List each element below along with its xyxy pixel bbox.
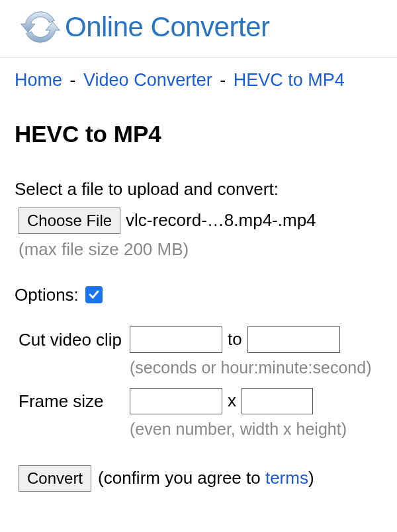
breadcrumb-home[interactable]: Home <box>15 70 62 90</box>
frame-hint: (even number, width x height) <box>130 420 380 439</box>
confirm-prefix: (confirm you agree to <box>98 468 265 488</box>
breadcrumb-sep: - <box>70 70 76 90</box>
selected-filename: vlc-record-…8.mp4-.mp4 <box>126 210 316 231</box>
frame-width-input[interactable] <box>130 388 222 414</box>
breadcrumb-sep: - <box>220 70 226 90</box>
convert-confirm-text: (confirm you agree to terms) <box>98 468 314 488</box>
options-checkbox[interactable] <box>85 286 103 303</box>
cut-end-input[interactable] <box>247 326 340 353</box>
options-table: Cut video clip to (seconds or hour:minut… <box>15 321 382 444</box>
check-icon <box>87 288 101 301</box>
convert-row: Convert (confirm you agree to terms) <box>19 465 382 492</box>
frame-x-text: x <box>228 391 236 411</box>
cut-start-input[interactable] <box>130 326 222 353</box>
breadcrumb-video-converter[interactable]: Video Converter <box>83 70 212 90</box>
file-size-hint: (max file size 200 MB) <box>15 239 382 260</box>
page-title: HEVC to MP4 <box>15 121 382 147</box>
options-label: Options: <box>15 285 79 305</box>
confirm-suffix: ) <box>308 468 314 488</box>
header: Online Converter <box>0 0 397 57</box>
cut-to-text: to <box>228 329 242 350</box>
choose-file-button[interactable]: Choose File <box>19 208 120 234</box>
breadcrumb: Home - Video Converter - HEVC to MP4 <box>0 57 397 101</box>
main-content: HEVC to MP4 Select a file to upload and … <box>0 101 397 505</box>
cut-video-label: Cut video clip <box>15 321 127 383</box>
convert-button[interactable]: Convert <box>19 465 91 492</box>
file-row: Choose File vlc-record-…8.mp4-.mp4 <box>15 208 382 234</box>
terms-link[interactable]: terms <box>265 468 308 488</box>
frame-size-label: Frame size <box>15 383 127 444</box>
breadcrumb-current[interactable]: HEVC to MP4 <box>234 70 345 90</box>
cut-hint: (seconds or hour:minute:second) <box>130 358 380 377</box>
refresh-arrows-icon <box>20 7 61 48</box>
site-title[interactable]: Online Converter <box>65 11 269 43</box>
frame-height-input[interactable] <box>242 388 313 414</box>
options-row: Options: <box>15 285 382 305</box>
select-file-label: Select a file to upload and convert: <box>15 179 382 200</box>
